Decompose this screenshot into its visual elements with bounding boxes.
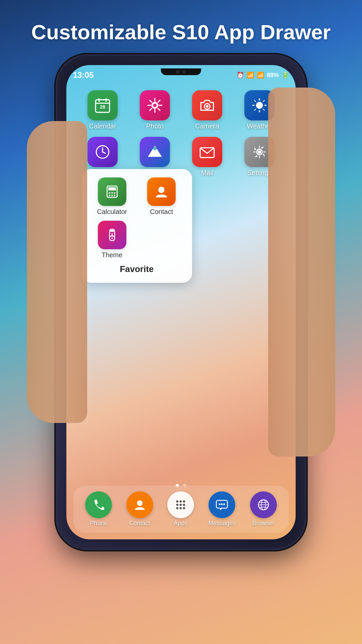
status-time: 13:05 <box>73 70 94 80</box>
dock-browser[interactable]: Browser <box>250 491 277 527</box>
svg-point-37 <box>111 192 113 194</box>
svg-line-14 <box>150 108 152 110</box>
svg-point-51 <box>180 504 182 506</box>
svg-line-12 <box>158 108 160 110</box>
fav-contact[interactable]: Contact <box>139 177 184 216</box>
svg-point-49 <box>183 500 185 503</box>
svg-point-52 <box>183 504 185 506</box>
dock-messages[interactable]: Messages <box>208 491 236 527</box>
phone-screen: 13:05 ⏰ 📶 📶 88% 🔋 <box>66 65 296 539</box>
svg-text:28: 28 <box>100 104 105 110</box>
app-photo[interactable]: Photo <box>132 90 178 130</box>
camera-icon <box>192 90 222 120</box>
svg-point-39 <box>109 195 110 196</box>
svg-point-6 <box>153 104 157 107</box>
svg-line-11 <box>150 100 152 102</box>
photo-icon <box>140 90 170 120</box>
browser-dock-label: Browser <box>252 520 275 527</box>
hand-left <box>27 121 87 423</box>
svg-line-13 <box>158 100 160 102</box>
theme-label: Theme <box>102 251 122 259</box>
clock-icon <box>87 137 118 167</box>
svg-point-55 <box>183 507 185 509</box>
svg-point-48 <box>180 500 182 503</box>
page-title: Customizable S10 App Drawer <box>31 20 331 44</box>
contact-icon <box>147 177 176 206</box>
mail-label: Mail <box>201 169 214 177</box>
apps-dock-label: Apps <box>174 520 187 527</box>
favorite-folder[interactable]: Calculator Contact <box>81 169 192 283</box>
app-calendar[interactable]: 28 Calendar <box>80 90 125 130</box>
fav-theme[interactable]: Theme <box>90 221 134 259</box>
phone-frame: 13:05 ⏰ 📶 📶 88% 🔋 <box>57 56 305 549</box>
calculator-label: Calculator <box>97 208 127 216</box>
status-bar: 13:05 ⏰ 📶 📶 88% 🔋 <box>73 68 289 82</box>
contact-fav-label: Contact <box>150 208 173 216</box>
theme-icon <box>98 221 126 249</box>
battery-text: 88% <box>267 72 279 79</box>
dock-apps[interactable]: Apps <box>167 491 194 527</box>
calendar-icon: 28 <box>87 90 118 120</box>
svg-point-40 <box>111 195 113 196</box>
svg-point-41 <box>114 195 115 196</box>
svg-point-38 <box>114 192 115 194</box>
svg-point-46 <box>137 500 142 506</box>
wifi-icon: 📶 <box>247 71 254 79</box>
hand-right <box>268 88 335 457</box>
svg-point-17 <box>256 102 263 109</box>
photo-label: Photo <box>146 122 164 130</box>
svg-point-54 <box>180 507 182 509</box>
battery-icon: 🔋 <box>282 71 289 79</box>
dock-phone[interactable]: Phone <box>85 491 112 527</box>
wallpaper-icon <box>140 137 170 167</box>
phone-mockup: 13:05 ⏰ 📶 📶 88% 🔋 <box>54 54 308 550</box>
svg-point-30 <box>153 147 157 150</box>
apps-dock-icon <box>167 491 194 518</box>
messages-dock-icon <box>208 491 235 518</box>
mail-icon <box>192 137 222 167</box>
svg-point-47 <box>176 500 179 503</box>
svg-line-23 <box>263 109 264 110</box>
camera-label: Camera <box>195 122 219 130</box>
svg-line-24 <box>263 100 264 102</box>
svg-point-59 <box>224 503 225 505</box>
svg-point-36 <box>109 192 110 194</box>
messages-dock-label: Messages <box>208 520 236 527</box>
svg-point-58 <box>221 503 223 505</box>
calendar-label: Calendar <box>89 122 116 130</box>
calculator-icon <box>98 177 126 206</box>
dock-contact[interactable]: Contact <box>126 491 153 527</box>
svg-point-33 <box>258 150 261 154</box>
app-grid: 28 Calendar <box>76 87 286 180</box>
signal-icon: 📶 <box>257 71 264 79</box>
phone-dock-label: Phone <box>90 520 107 527</box>
status-icons: ⏰ 📶 📶 88% 🔋 <box>237 71 289 79</box>
svg-line-25 <box>254 109 256 110</box>
browser-dock-icon <box>250 491 277 518</box>
alarm-icon: ⏰ <box>237 71 244 79</box>
svg-point-42 <box>158 187 165 193</box>
app-mail[interactable]: Mail <box>184 137 230 177</box>
svg-point-53 <box>176 507 179 509</box>
favorite-folder-title: Favorite <box>90 264 184 274</box>
contact-dock-label: Contact <box>129 520 150 527</box>
fav-calculator[interactable]: Calculator <box>90 177 134 216</box>
svg-rect-44 <box>110 230 114 232</box>
phone-dock-icon <box>85 491 112 518</box>
bottom-dock: Phone Contact <box>73 486 289 533</box>
svg-line-28 <box>103 152 105 153</box>
favorite-grid: Calculator Contact <box>90 177 184 259</box>
svg-line-22 <box>254 100 256 102</box>
svg-point-16 <box>206 105 208 108</box>
contact-dock-icon <box>126 491 153 518</box>
app-camera[interactable]: Camera <box>184 90 230 130</box>
svg-point-50 <box>176 504 179 506</box>
svg-point-57 <box>219 503 221 505</box>
svg-rect-35 <box>108 187 116 190</box>
